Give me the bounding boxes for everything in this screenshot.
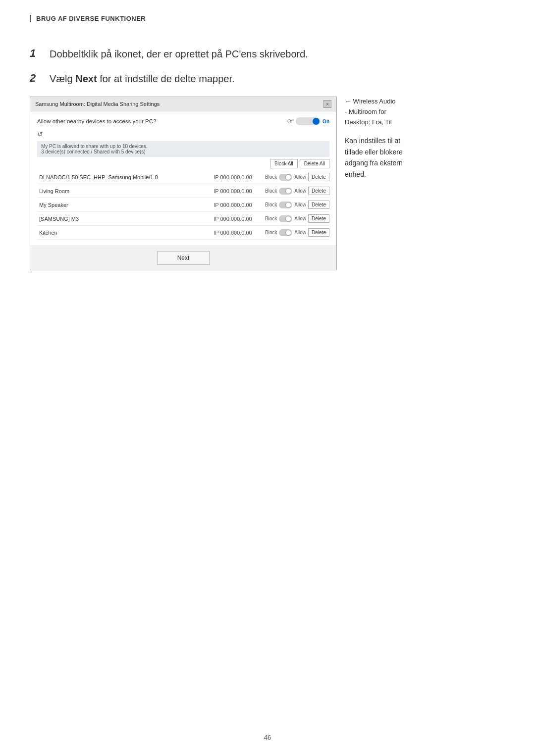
device-info-bar: My PC is allowed to share with up to 10 … (37, 141, 329, 157)
block-allow-toggle[interactable] (279, 215, 292, 222)
block-allow-toggle[interactable] (279, 188, 292, 195)
step-2-text: Vælg Next for at indstille de delte mapp… (50, 72, 235, 86)
allow-label: Allow (294, 216, 306, 221)
toggle-on-label: On (322, 119, 329, 124)
device-name: DLNADOC/1.50 SEC_HHP_Samsung Mobile/1.0 (37, 174, 201, 180)
block-allow-knob (285, 216, 291, 222)
block-allow-toggle[interactable] (279, 229, 292, 236)
device-info-line2: 3 device(s) connected / Shared with 5 de… (41, 149, 325, 154)
device-controls: Block Allow Delete (265, 214, 329, 223)
step-2-bold: Next (75, 73, 97, 84)
block-all-button[interactable]: Block All (270, 159, 298, 168)
device-row: Living Room IP 000.000.0.00 Block Allow … (37, 184, 329, 198)
device-list: DLNADOC/1.50 SEC_HHP_Samsung Mobile/1.0 … (37, 170, 329, 240)
dialog-box: Samsung Multiroom: Digital Media Sharing… (30, 97, 337, 270)
delete-device-button[interactable]: Delete (308, 214, 329, 223)
device-controls: Block Allow Delete (265, 173, 329, 181)
block-label: Block (265, 230, 277, 235)
allow-row: Allow other nearby devices to access you… (37, 117, 329, 125)
device-ip: IP 000.000.0.00 (201, 216, 265, 222)
dialog-area: Samsung Multiroom: Digital Media Sharing… (30, 97, 505, 270)
block-allow-toggle[interactable] (279, 174, 292, 181)
refresh-icon[interactable]: ↺ (37, 130, 329, 138)
allow-label: Allow (294, 202, 306, 207)
steps-container: 1 Dobbeltklik på ikonet, der er oprettet… (30, 47, 505, 270)
step-2-after: for at indstille de delte mapper. (97, 73, 235, 84)
step-2: 2 Vælg Next for at indstille de delte ma… (30, 72, 505, 86)
device-controls: Block Allow Delete (265, 201, 329, 209)
dialog-title: Samsung Multiroom: Digital Media Sharing… (35, 101, 160, 107)
delete-device-button[interactable]: Delete (308, 187, 329, 195)
device-info-line1: My PC is allowed to share with up to 10 … (41, 144, 325, 149)
delete-device-button[interactable]: Delete (308, 201, 329, 209)
toggle-knob (313, 118, 320, 125)
block-label: Block (265, 188, 277, 194)
allow-question: Allow other nearby devices to access you… (37, 118, 156, 124)
device-name: Living Room (37, 188, 201, 194)
annotation-wrapper: ← Wireless Audio- Multiroom forDesktop: … (345, 97, 403, 180)
block-allow-knob (285, 188, 291, 194)
step-2-before: Vælg (50, 73, 75, 84)
allow-label: Allow (294, 230, 306, 235)
wireless-audio-annotation: ← Wireless Audio- Multiroom forDesktop: … (345, 97, 403, 127)
device-name: [SAMSUNG] M3 (37, 216, 201, 222)
kan-annotation: Kan indstilles til attillade eller bloke… (345, 135, 403, 180)
device-row: My Speaker IP 000.000.0.00 Block Allow D… (37, 198, 329, 212)
delete-device-button[interactable]: Delete (308, 173, 329, 181)
device-controls: Block Allow Delete (265, 187, 329, 195)
device-name: My Speaker (37, 202, 201, 208)
allow-label: Allow (294, 174, 306, 180)
page-container: BRUG AF DIVERSE FUNKTIONER 1 Dobbeltklik… (0, 0, 535, 756)
step-1-number: 1 (30, 47, 50, 60)
delete-device-button[interactable]: Delete (308, 228, 329, 237)
block-allow-knob (285, 230, 291, 236)
device-ip: IP 000.000.0.00 (201, 188, 265, 194)
toggle-off-label: Off (287, 119, 294, 124)
device-ip: IP 000.000.0.00 (201, 202, 265, 208)
device-controls: Block Allow Delete (265, 228, 329, 237)
dialog-titlebar: Samsung Multiroom: Digital Media Sharing… (30, 97, 336, 111)
block-label: Block (265, 216, 277, 221)
step-1-text: Dobbeltklik på ikonet, der er oprettet p… (50, 47, 308, 61)
delete-all-button[interactable]: Delete All (300, 159, 329, 168)
devices-header-row: Block All Delete All (37, 159, 329, 168)
step-2-number: 2 (30, 72, 50, 85)
device-row: [SAMSUNG] M3 IP 000.000.0.00 Block Allow… (37, 212, 329, 226)
block-allow-knob (285, 202, 291, 208)
toggle-track[interactable] (296, 117, 321, 125)
toggle-switch[interactable]: Off On (287, 117, 329, 125)
block-label: Block (265, 174, 277, 180)
dialog-footer: Next (30, 246, 336, 270)
dialog-body: Allow other nearby devices to access you… (30, 111, 336, 246)
block-allow-toggle[interactable] (279, 202, 292, 208)
device-name: Kitchen (37, 230, 201, 236)
block-allow-knob (285, 174, 291, 180)
page-number: 46 (264, 734, 271, 741)
dialog-close-button[interactable]: × (323, 100, 331, 108)
section-header: BRUG AF DIVERSE FUNKTIONER (30, 15, 505, 22)
step-1: 1 Dobbeltklik på ikonet, der er oprettet… (30, 47, 505, 61)
block-label: Block (265, 202, 277, 207)
device-ip: IP 000.000.0.00 (201, 230, 265, 236)
device-ip: IP 000.000.0.00 (201, 174, 265, 180)
allow-label: Allow (294, 188, 306, 194)
device-row: Kitchen IP 000.000.0.00 Block Allow Dele… (37, 226, 329, 240)
device-row: DLNADOC/1.50 SEC_HHP_Samsung Mobile/1.0 … (37, 170, 329, 184)
next-button[interactable]: Next (157, 251, 210, 265)
